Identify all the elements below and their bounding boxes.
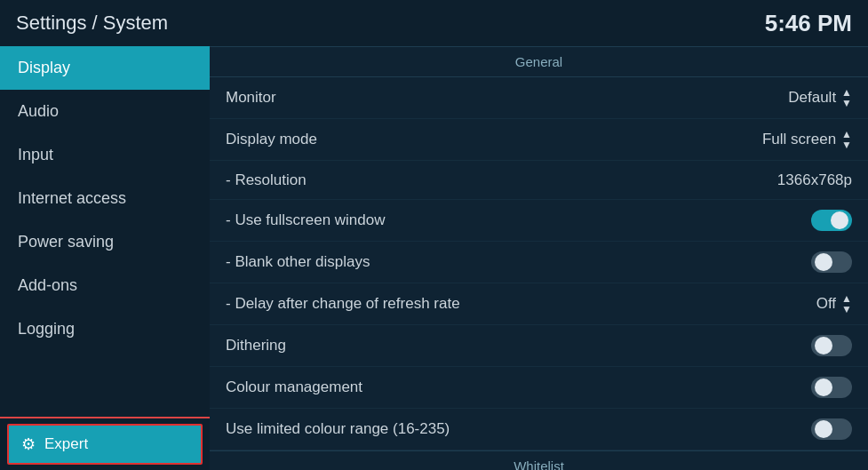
setting-value-dithering[interactable] xyxy=(811,335,852,356)
setting-label-dithering: Dithering xyxy=(226,337,286,354)
sidebar-item-internet-access[interactable]: Internet access xyxy=(0,177,210,220)
setting-value-use-fullscreen-window[interactable] xyxy=(811,210,852,231)
setting-row-display-mode[interactable]: Display modeFull screen▲▼ xyxy=(210,119,868,161)
sidebar-item-power-saving[interactable]: Power saving xyxy=(0,220,210,264)
setting-label-use-limited-colour-range: Use limited colour range (16-235) xyxy=(226,420,450,438)
setting-label-blank-other-displays: - Blank other displays xyxy=(226,253,370,271)
toggle-use-limited-colour-range[interactable] xyxy=(811,418,852,440)
setting-label-use-fullscreen-window: - Use fullscreen window xyxy=(226,211,386,229)
setting-row-monitor[interactable]: MonitorDefault▲▼ xyxy=(210,77,868,119)
clock: 5:46 PM xyxy=(765,10,852,37)
value-text-monitor: Default xyxy=(788,89,836,107)
body-layout: DisplayAudioInputInternet accessPower sa… xyxy=(0,46,868,470)
value-text-display-mode: Full screen xyxy=(762,131,836,148)
page-title: Settings / System xyxy=(16,12,168,35)
setting-label-colour-management: Colour management xyxy=(226,378,362,396)
setting-value-blank-other-displays[interactable] xyxy=(811,251,852,273)
header: Settings / System 5:46 PM xyxy=(0,0,868,46)
toggle-dithering[interactable] xyxy=(811,335,852,356)
sidebar-nav: DisplayAudioInputInternet accessPower sa… xyxy=(0,46,210,417)
toggle-use-fullscreen-window[interactable] xyxy=(811,210,852,231)
setting-row-colour-management[interactable]: Colour management xyxy=(210,367,868,409)
setting-value-colour-management[interactable] xyxy=(811,377,852,398)
toggle-knob-dithering xyxy=(815,337,832,354)
sidebar-footer: ⚙ Expert xyxy=(0,417,210,470)
setting-value-delay-after-change[interactable]: Off▲▼ xyxy=(816,293,852,315)
setting-label-display-mode: Display mode xyxy=(226,131,317,148)
sidebar-item-logging[interactable]: Logging xyxy=(0,307,210,351)
toggle-knob-use-limited-colour-range xyxy=(815,420,832,438)
setting-value-resolution[interactable]: 1366x768p xyxy=(777,171,852,189)
setting-row-resolution[interactable]: - Resolution1366x768p xyxy=(210,161,868,200)
sidebar-item-display[interactable]: Display xyxy=(0,46,210,90)
section-header-general: General xyxy=(210,46,868,77)
toggle-knob-colour-management xyxy=(815,378,832,396)
setting-value-display-mode[interactable]: Full screen▲▼ xyxy=(762,129,852,150)
sidebar-item-input[interactable]: Input xyxy=(0,133,210,177)
setting-value-use-limited-colour-range[interactable] xyxy=(811,418,852,440)
arrows-display-mode[interactable]: ▲▼ xyxy=(841,129,852,150)
arrows-delay-after-change[interactable]: ▲▼ xyxy=(841,293,852,315)
toggle-colour-management[interactable] xyxy=(811,377,852,398)
arrows-monitor[interactable]: ▲▼ xyxy=(841,87,852,108)
setting-label-delay-after-change: - Delay after change of refresh rate xyxy=(226,295,460,313)
setting-row-use-fullscreen-window[interactable]: - Use fullscreen window xyxy=(210,200,868,242)
setting-row-delay-after-change[interactable]: - Delay after change of refresh rateOff▲… xyxy=(210,283,868,325)
expert-button[interactable]: ⚙ Expert xyxy=(7,424,203,465)
sidebar-item-audio[interactable]: Audio xyxy=(0,90,210,133)
toggle-knob-blank-other-displays xyxy=(815,253,832,271)
gear-icon: ⚙ xyxy=(21,434,36,454)
toggle-blank-other-displays[interactable] xyxy=(811,251,852,273)
value-text-delay-after-change: Off xyxy=(816,295,836,313)
setting-row-use-limited-colour-range[interactable]: Use limited colour range (16-235) xyxy=(210,409,868,450)
sidebar: DisplayAudioInputInternet accessPower sa… xyxy=(0,46,210,470)
setting-value-monitor[interactable]: Default▲▼ xyxy=(788,87,852,108)
setting-label-resolution: - Resolution xyxy=(226,171,307,189)
main-content: GeneralMonitorDefault▲▼Display modeFull … xyxy=(210,46,868,470)
section-header-whitelist: Whitelist xyxy=(210,450,868,470)
expert-label: Expert xyxy=(44,435,88,453)
setting-label-monitor: Monitor xyxy=(226,89,276,107)
setting-row-dithering[interactable]: Dithering xyxy=(210,325,868,367)
setting-row-blank-other-displays[interactable]: - Blank other displays xyxy=(210,242,868,283)
sidebar-item-add-ons[interactable]: Add-ons xyxy=(0,264,210,307)
toggle-knob-use-fullscreen-window xyxy=(831,211,848,229)
value-text-resolution: 1366x768p xyxy=(777,171,852,189)
